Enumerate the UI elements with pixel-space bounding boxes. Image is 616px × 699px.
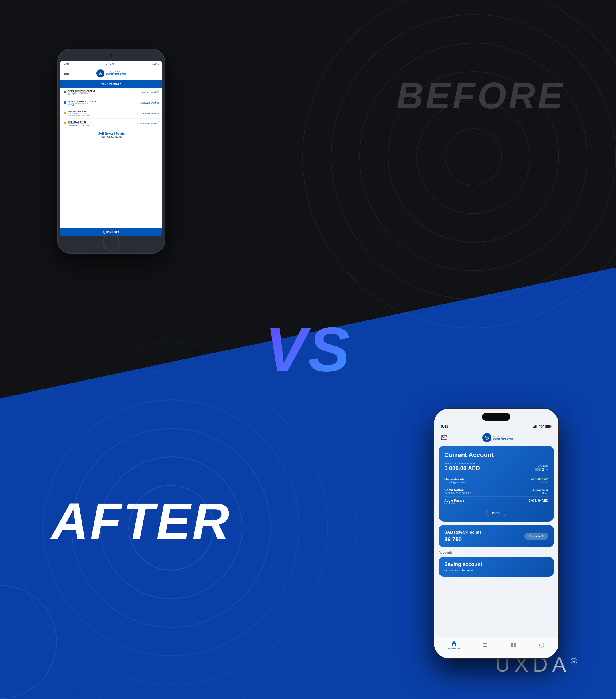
old-rewards-title: UAB Reward Points: [63, 132, 159, 135]
new-tx-1-name: Mahendra Ali: [444, 478, 466, 481]
old-time: 9:41 AM: [106, 63, 115, 65]
svg-rect-13: [511, 643, 513, 645]
new-tx-2-sub: Card purchase pending: [444, 491, 471, 494]
new-logo-circle: [482, 433, 491, 442]
new-time: 9:41: [441, 424, 448, 428]
old-logo-circle: [96, 69, 104, 77]
new-cards-value: 1: [535, 467, 548, 472]
old-acc-balance-1: AVAILABLE BALANCE: [140, 92, 159, 94]
new-balance-value: 5 000.00 AED: [444, 465, 480, 472]
svg-rect-2: [534, 426, 535, 428]
old-carrier: UAB: [64, 63, 69, 65]
old-acc-dot-3: [64, 111, 66, 114]
old-acc-balance-3: OUTSTANDING BALANCE: [137, 113, 159, 114]
old-home-button[interactable]: [103, 234, 120, 251]
new-nav-menu[interactable]: [482, 642, 488, 648]
old-acc-dot-2: [64, 101, 66, 104]
new-power-button[interactable]: [558, 443, 559, 460]
new-header: البنك العربي المتحد UNITED ARAB BANK: [434, 431, 558, 446]
old-acc-credit-2: Credit Limit: AED 33,000.00: [68, 125, 135, 127]
new-tx-2-amount: -58.53 AED: [532, 488, 548, 491]
new-rewards-left: UAB Reward points 36 750: [444, 529, 482, 542]
new-redeem-label: Redeem: [528, 535, 541, 538]
svg-rect-11: [483, 645, 487, 645]
new-redeem-button[interactable]: Redeem: [524, 533, 548, 540]
new-nav-grid[interactable]: [510, 642, 517, 648]
new-dynamic-island: [482, 413, 510, 421]
new-current-account-card[interactable]: Current Account AVAILABLE BALANCE 5 000.…: [439, 446, 554, 522]
old-header: البنك العربي المتحد UNITED ARAB BANK: [60, 67, 162, 80]
new-bank-name: UNITED ARAB BANK: [493, 438, 513, 440]
old-acc-dot-4: [64, 122, 66, 124]
svg-rect-3: [535, 425, 536, 428]
new-more-pill: MORE: [486, 510, 507, 516]
old-acc-name-2: ULTRA SAVINGS ACCOUNTS: [68, 101, 138, 103]
new-menu-icon: [482, 642, 488, 648]
new-tx-3-amount: -5 677.99 AED: [527, 499, 548, 502]
new-status-icons: [533, 425, 551, 428]
svg-rect-7: [551, 426, 551, 427]
old-account-visa2[interactable]: UAB VISA INFINITE 4712738XXXXXXX018 Cred…: [60, 119, 162, 129]
old-logo: البنك العربي المتحد UNITED ARAB BANK: [96, 69, 126, 77]
new-saving-title: Saving account: [444, 562, 548, 567]
old-account-staff[interactable]: STAFF CURRENT ACCOUNT BC EL RAHIMESH BHA…: [60, 88, 162, 98]
svg-point-17: [539, 643, 544, 647]
new-rewards-title: UAB Reward points: [444, 529, 482, 535]
svg-rect-6: [546, 425, 550, 428]
vs-label: VS: [265, 314, 351, 386]
old-acc-balance-4: OUTSTANDING BALANCE: [137, 123, 159, 124]
new-card-title: Current Account: [444, 451, 548, 459]
svg-rect-10: [483, 643, 487, 644]
new-accounts-section-label: Accounts: [439, 551, 554, 555]
new-tx-1-sub: Incoming payment: [444, 481, 466, 484]
new-cards-label: CARDS: [535, 464, 548, 467]
old-portfolio-title: Your Portfolio: [60, 80, 162, 88]
new-tx-1-time: 13:54: [531, 481, 548, 484]
signal-icon: [533, 425, 537, 428]
old-acc-name-3: UAB VISA INFINITE: [68, 111, 135, 113]
new-mail-icon[interactable]: [440, 433, 449, 442]
old-acc-status-2: ACTIVE: [68, 104, 138, 106]
old-acc-name-1: STAFF CURRENT ACCOUNT: [68, 90, 138, 92]
new-tx-2-time: 18:49: [532, 491, 548, 494]
new-tx-1-amount: +50.00 AED: [531, 478, 548, 481]
old-rewards-points: Your Points: 36,750: [63, 135, 159, 138]
new-rewards-points: 36 750: [444, 536, 482, 543]
old-rewards: UAB Reward Points Your Points: 36,750: [60, 129, 162, 141]
old-phone: UAB 9:41 AM 100% البنك العربي المتحد UNI…: [57, 49, 165, 254]
wifi-icon: [539, 425, 544, 428]
old-account-savings[interactable]: ULTRA SAVINGS ACCOUNTS OC EL RAHIMESH BH…: [60, 98, 162, 108]
new-profile-icon: [538, 642, 545, 648]
new-card-icon: [535, 467, 541, 471]
cards-chevron-icon: [545, 468, 548, 471]
svg-rect-12: [483, 646, 487, 647]
new-rewards-card[interactable]: UAB Reward points 36 750 Redeem: [439, 525, 554, 547]
old-bank-name-arabic: البنك العربي المتحد: [106, 71, 126, 73]
old-hamburger-icon[interactable]: [64, 71, 69, 75]
new-bottom-nav: My finances: [434, 637, 558, 659]
new-phone-screen: 9:41: [434, 409, 558, 659]
svg-rect-14: [514, 643, 515, 645]
old-account-visa1[interactable]: UAB VISA INFINITE 4712738XXXXXXX018 Cred…: [60, 108, 162, 119]
old-acc-status-1: ACTIVE: [68, 94, 138, 95]
old-acc-balance-2: AVAILABLE BALANCE: [140, 102, 159, 104]
new-transactions: Mahendra Ali Incoming payment +50.00 AED…: [444, 476, 548, 507]
new-nav-profile[interactable]: [538, 642, 545, 648]
new-tx-2[interactable]: Costa Coffee Card purchase pending -58.5…: [444, 486, 548, 497]
new-tx-3[interactable]: Apple France Card purchase -5 677.99 AED: [444, 497, 548, 507]
new-grid-icon: [510, 642, 517, 648]
new-home-icon: [451, 640, 457, 646]
svg-rect-15: [511, 645, 513, 647]
new-tx-1[interactable]: Mahendra Ali Incoming payment +50.00 AED…: [444, 476, 548, 486]
old-acc-dot: [64, 91, 66, 93]
new-more-button[interactable]: MORE: [444, 510, 548, 516]
new-nav-finances[interactable]: My finances: [448, 640, 460, 650]
svg-rect-4: [537, 425, 538, 428]
new-saving-card[interactable]: Saving account Outstanding balance: [439, 557, 554, 577]
new-tx-3-sub: Card purchase: [444, 502, 464, 505]
old-acc-name-4: UAB VISA INFINITE: [68, 121, 135, 123]
old-acc-credit-1: Credit Limit: AED 35,000.00: [68, 115, 135, 116]
new-card-meta: AVAILABLE BALANCE 5 000.00 AED CARDS 1: [444, 462, 548, 472]
new-tx-3-name: Apple France: [444, 499, 464, 502]
new-balance-label: AVAILABLE BALANCE: [444, 462, 480, 465]
